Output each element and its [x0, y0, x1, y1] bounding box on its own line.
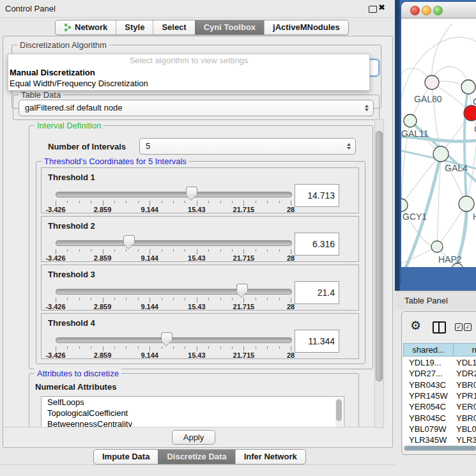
- network-node-label: GCY1: [403, 211, 427, 222]
- panel-vertical-scrollbar[interactable]: [374, 119, 384, 428]
- network-node-gal11[interactable]: [404, 114, 417, 127]
- network-node-hap2[interactable]: [431, 241, 443, 252]
- table-data-group: Table Data galFiltered.sif default node: [13, 95, 380, 120]
- network-node-label: GAL80: [414, 94, 442, 104]
- slider-track[interactable]: [56, 240, 292, 246]
- close-traffic-light-icon[interactable]: [410, 6, 420, 15]
- tab-discretize-data[interactable]: Discretize Data: [158, 450, 234, 464]
- table-horizontal-scrollbar[interactable]: [404, 445, 476, 451]
- slider-track[interactable]: [56, 289, 292, 295]
- bottom-tabs: Impute DataDiscretize DataInfer Network: [93, 449, 306, 464]
- column-header-2[interactable]: na: [454, 343, 476, 357]
- cell-shared-name: YDR27...: [409, 368, 443, 379]
- attribute-item-betweennesscentrality[interactable]: BetweennessCentrality: [42, 418, 344, 427]
- attribute-item-topologicalcoefficient[interactable]: TopologicalCoefficient: [42, 408, 344, 418]
- number-of-intervals-combo[interactable]: 5: [139, 138, 356, 155]
- slider-thumb[interactable]: [186, 187, 197, 195]
- slider-thumb[interactable]: [161, 332, 173, 341]
- tab-jactivemnodules[interactable]: jActiveMNodules: [264, 20, 348, 35]
- control-panel-tabs: NetworkStyleSelectCyni ToolboxjActiveMNo…: [55, 20, 349, 35]
- tab-infer-network[interactable]: Infer Network: [235, 450, 305, 464]
- attributes-list-scrollbar[interactable]: [335, 398, 342, 427]
- desktop-gap: [401, 267, 476, 291]
- network-node-gal80[interactable]: [425, 75, 439, 89]
- algorithm-option-equal-width-frequency-discretization[interactable]: Equal Width/Frequency Discretization: [8, 78, 369, 89]
- table-row[interactable]: YLR345WYLR3: [403, 434, 476, 445]
- interval-definition-label: Interval Definition: [35, 121, 104, 130]
- network-node-label: G: [473, 96, 476, 107]
- column-header-1[interactable]: shared...: [403, 343, 454, 357]
- table-row[interactable]: YBR045CYBR0: [403, 413, 476, 424]
- network-node-c[interactable]: [464, 105, 476, 121]
- cell-shared-name: YBR043C: [409, 380, 446, 390]
- table-row[interactable]: YBR043CYBR0: [403, 380, 476, 390]
- tab-select[interactable]: Select: [153, 20, 194, 35]
- cell-shared-name: YBL079W: [409, 424, 447, 434]
- float-window-icon[interactable]: [369, 6, 377, 13]
- attribute-item-selfloops[interactable]: SelfLoops: [42, 397, 344, 408]
- slider-tick-labels: -3.4262.8599.14415.4321.71528: [56, 303, 291, 311]
- table-data-combo[interactable]: galFiltered.sif default node: [19, 100, 374, 116]
- table-data-label: Table Data: [19, 90, 63, 100]
- table-row[interactable]: YER054CYER0: [403, 401, 476, 412]
- divider: [0, 464, 395, 465]
- split-columns-icon[interactable]: [433, 321, 446, 334]
- table-row[interactable]: YDL19...YDL1: [403, 357, 476, 368]
- table-panel: ⚙ ✓ ✓ shared...na YDL19...YDL1YDR27...YD…: [401, 311, 476, 455]
- checkbox-icon[interactable]: ✓: [455, 323, 463, 331]
- algorithm-option-manual-discretization[interactable]: Manual Discretization: [8, 67, 369, 78]
- tab-label: jActiveMNodules: [273, 20, 340, 35]
- algorithm-popup-placeholder: Select algorithm to view settings: [8, 54, 369, 67]
- cell-shared-name: YLR345W: [409, 434, 447, 445]
- close-icon[interactable]: ✖: [378, 3, 385, 12]
- table-header: shared...na: [403, 343, 476, 357]
- tab-label: Discretize Data: [167, 450, 226, 464]
- apply-button[interactable]: Apply: [172, 430, 215, 445]
- control-panel-titlebar: Control Panel ✖: [0, 0, 395, 18]
- slider-track[interactable]: [56, 337, 292, 343]
- network-node-gal4[interactable]: [433, 146, 449, 162]
- stepper-arrows-icon: [365, 105, 369, 111]
- slider-thumb[interactable]: [123, 235, 135, 243]
- table-row[interactable]: YPR145WYPR1: [403, 390, 476, 401]
- cell-shared-name: YBR045C: [409, 413, 446, 424]
- cell-shared-name: YPR145W: [409, 390, 448, 401]
- zoom-traffic-light-icon[interactable]: [433, 6, 443, 15]
- tab-cyni-toolbox[interactable]: Cyni Toolbox: [195, 20, 264, 35]
- network-node-label: GAL4: [445, 163, 468, 173]
- network-node-gcy1[interactable]: [401, 199, 408, 211]
- slider-track[interactable]: [56, 192, 292, 197]
- gear-icon[interactable]: ⚙: [410, 318, 421, 332]
- network-window-titlebar[interactable]: [401, 2, 476, 19]
- network-node-g[interactable]: [461, 80, 475, 94]
- numerical-attributes-list[interactable]: SelfLoopsTopologicalCoefficientBetweenne…: [41, 396, 344, 427]
- threshold-box-2: Threshold 2-3.4262.8599.14415.4321.71528…: [41, 216, 359, 262]
- network-node-h[interactable]: [459, 196, 474, 211]
- tab-style[interactable]: Style: [116, 20, 153, 35]
- tab-network[interactable]: Network: [56, 20, 116, 35]
- minimize-traffic-light-icon[interactable]: [422, 6, 431, 15]
- control-panel-title: Control Panel: [5, 4, 56, 13]
- threshold-value-field[interactable]: 14.713: [295, 184, 339, 207]
- cell-name: YBR0: [456, 413, 476, 424]
- table-row[interactable]: YDR27...YDR2: [403, 368, 476, 379]
- tab-impute-data[interactable]: Impute Data: [94, 450, 158, 464]
- cell-name: YDL1: [456, 357, 476, 368]
- apply-strip: Apply: [3, 427, 374, 447]
- network-canvas[interactable]: GAL80GCGAL11GAL4GCY1HHAP2: [401, 19, 476, 269]
- tab-label: Impute Data: [102, 450, 150, 464]
- threshold-value-field[interactable]: 6.316: [295, 233, 339, 256]
- table-row[interactable]: YBL079WYBL0: [403, 424, 476, 434]
- threshold-box-1: Threshold 1-3.4262.8599.14415.4321.71528…: [41, 167, 359, 213]
- network-view-window[interactable]: GAL80GCGAL11GAL4GCY1HHAP2: [401, 2, 476, 284]
- tab-label: Network: [75, 20, 107, 35]
- threshold-value-field[interactable]: 11.344: [295, 330, 339, 353]
- cell-name: YLR3: [456, 434, 476, 445]
- threshold-value-field[interactable]: 21.4: [295, 281, 339, 304]
- table-data-combo-value: galFiltered.sif default node: [25, 103, 122, 112]
- threshold-label: Threshold 3: [48, 270, 95, 279]
- cell-name: YPR1: [456, 390, 476, 401]
- checkbox-icon[interactable]: ✓: [464, 323, 472, 331]
- slider-tick-labels: -3.4262.8599.14415.4321.71528: [56, 206, 291, 213]
- slider-thumb[interactable]: [236, 284, 248, 292]
